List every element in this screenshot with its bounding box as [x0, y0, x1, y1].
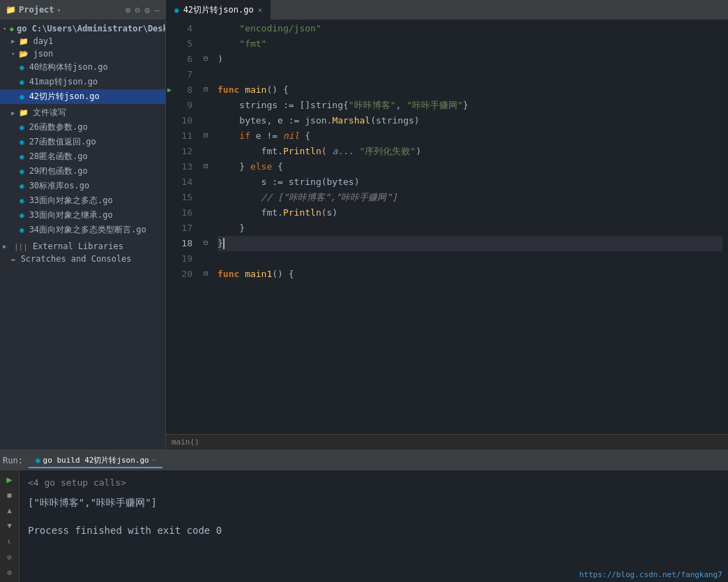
go-root-icon: ◆ — [9, 24, 14, 33]
output-line-setup: <4 go setup calls> — [28, 475, 571, 491]
tree-item-file-30[interactable]: ◉ 30标准库os.go — [0, 179, 165, 193]
fold-11[interactable]: ⊟ — [199, 127, 212, 142]
tree-item-file-27[interactable]: ◉ 27函数值返回.go — [0, 135, 165, 149]
code-line-9: strings := []string{"咔咔博客", "咔咔手赚网"} — [218, 98, 722, 113]
sidebar-title-text: Project — [19, 5, 54, 15]
fold-8[interactable]: ⊟ — [199, 81, 212, 96]
fold-9 — [199, 96, 212, 112]
tree-item-file-42[interactable]: ◉ 42切片转json.go — [0, 89, 165, 104]
settings-icon[interactable]: ⚙ — [144, 5, 150, 15]
code-line-15: // ["咔咔博客","咔咔手赚网"] — [218, 190, 722, 205]
editor-tab-active[interactable]: ◉ 42切片转json.go × — [166, 0, 271, 20]
file-42-icon: ◉ — [20, 92, 24, 101]
wrap-button[interactable]: ↵ — [3, 535, 15, 549]
sidebar-header: 📁 Project ▾ ⊕ ⊖ ⚙ — — [0, 0, 165, 20]
settings-bottom-button[interactable]: ⚙ — [3, 567, 17, 579]
ln-6: 6 — [166, 52, 199, 67]
tree-item-file-40[interactable]: ◉ 40结构体转json.go — [0, 60, 165, 75]
tree-item-day1[interactable]: ▶ 📁 day1 — [0, 35, 165, 47]
ln-11: 11 — [166, 128, 199, 144]
code-line-12: fmt.Println( a... "序列化失败") — [218, 144, 722, 159]
tree-item-file-28[interactable]: ◉ 28匿名函数.go — [0, 149, 165, 164]
code-line-19 — [218, 251, 722, 267]
scroll-down-button[interactable]: ▼ — [3, 520, 17, 532]
tree-item-file-41[interactable]: ◉ 41map转json.go — [0, 75, 165, 89]
fold-4 — [199, 20, 212, 35]
minus-icon[interactable]: ⊖ — [135, 5, 141, 15]
file-29-label: 29闭包函数.go — [29, 165, 88, 177]
ln-18: 18 — [166, 236, 199, 251]
file-26-icon: ◉ — [20, 123, 24, 132]
code-editor[interactable]: 4 5 6 7 8 9 10 11 12 13 14 15 16 17 18 1… — [166, 20, 728, 434]
file-34-icon: ◉ — [20, 225, 24, 234]
tree-item-go-root[interactable]: ▾ ◆ go C:\Users\Administrator\Deskto — [0, 22, 165, 35]
json-arrow: ▾ — [11, 50, 15, 57]
ext-libs-arrow: ▶ — [3, 243, 10, 250]
tree-item-file-29[interactable]: ◉ 29闭包函数.go — [0, 164, 165, 179]
fold-20[interactable]: ⊟ — [199, 265, 212, 281]
collapse-icon[interactable]: — — [154, 5, 160, 15]
tree-item-scratches[interactable]: ✏ Scratches and Consoles — [0, 253, 165, 265]
file-33a-label: 33面向对象之多态.go — [29, 195, 113, 207]
dropdown-icon[interactable]: ▾ — [57, 6, 61, 14]
output-line-blank — [28, 511, 571, 522]
ln-17: 17 — [166, 221, 199, 236]
file-28-label: 28匿名函数.go — [29, 151, 88, 163]
bottom-output: <4 go setup calls> ["咔咔博客","咔咔手赚网"] Proc… — [20, 470, 579, 582]
code-lines[interactable]: "encoding/json" "fmt" ) func main() { — [212, 20, 728, 434]
code-line-5: "fmt" — [218, 36, 722, 52]
scroll-up-button[interactable]: ▲ — [3, 505, 17, 517]
fold-10 — [199, 112, 212, 127]
bottom-tab-close-icon[interactable]: × — [152, 456, 156, 463]
bottom-content: ▶ ■ ▲ ▼ ↵ ⊘ ⚙ <4 go setup calls> ["咔咔博客"… — [0, 470, 728, 582]
tree-item-ext-libs[interactable]: ▶ ||| External Libraries — [0, 240, 165, 253]
fold-13[interactable]: ⊟ — [199, 158, 212, 173]
file-30-icon: ◉ — [20, 181, 24, 191]
tree-item-file-34[interactable]: ◉ 34面向对象之多态类型断言.go — [0, 223, 165, 237]
project-icon: 📁 — [6, 5, 16, 15]
go-root-label: go C:\Users\Administrator\Deskto — [17, 24, 165, 33]
output-line-done: Process finished with exit code 0 — [28, 522, 571, 539]
fold-7 — [199, 66, 212, 81]
filter-button[interactable]: ⊘ — [3, 551, 17, 563]
file-27-label: 27函数值返回.go — [29, 136, 96, 148]
day1-icon: 📁 — [19, 37, 29, 46]
json-icon: 📂 — [19, 50, 29, 59]
file-26-label: 26函数参数.go — [29, 121, 88, 133]
bottom-tab-label: go build 42切片转json.go — [43, 455, 149, 465]
add-icon[interactable]: ⊕ — [126, 5, 131, 15]
csdn-link[interactable]: https://blog.csdn.net/fangkang7 — [579, 570, 722, 579]
fold-12 — [199, 142, 212, 158]
tab-close-icon[interactable]: × — [258, 6, 263, 15]
file-read-icon: 📁 — [19, 108, 29, 117]
code-line-20: func main1() { — [218, 267, 722, 282]
file-33b-label: 33面向对象之继承.go — [29, 209, 113, 221]
file-33b-icon: ◉ — [20, 211, 24, 220]
scratches-label: Scratches and Consoles — [21, 254, 132, 264]
file-30-label: 30标准库os.go — [29, 180, 90, 192]
tree-item-file-33a[interactable]: ◉ 33面向对象之多态.go — [0, 193, 165, 208]
bottom-tab-run[interactable]: ◉ go build 42切片转json.go × — [29, 454, 162, 468]
ln-20: 20 — [166, 267, 199, 282]
code-line-10: bytes, e := json.Marshal(strings) — [218, 113, 722, 128]
tree-item-file-read[interactable]: ▶ 📁 文件读写 — [0, 105, 165, 120]
stop-button[interactable]: ■ — [3, 488, 17, 501]
day1-label: day1 — [33, 36, 53, 46]
fold-18[interactable]: ⊟ — [199, 234, 212, 250]
tree-item-json[interactable]: ▾ 📂 json — [0, 47, 165, 60]
fold-6[interactable]: ⊟ — [199, 50, 212, 66]
code-line-11: if e != nil { — [218, 128, 722, 144]
run-play-button[interactable]: ▶ — [3, 473, 17, 486]
file-read-label: 文件读写 — [33, 107, 66, 119]
code-line-18: } — [218, 236, 722, 251]
sidebar: 📁 Project ▾ ⊕ ⊖ ⚙ — ▾ ◆ go C:\Users\Admi… — [0, 0, 166, 449]
ln-16: 16 — [166, 205, 199, 221]
tab-label: 42切片转json.go — [183, 4, 254, 16]
ext-libs-icon: ||| — [14, 242, 28, 251]
tree-item-file-33b[interactable]: ◉ 33面向对象之继承.go — [0, 208, 165, 223]
tree-item-file-26[interactable]: ◉ 26函数参数.go — [0, 120, 165, 135]
run-label: Run: — [3, 456, 26, 465]
file-tree: ▾ ◆ go C:\Users\Administrator\Deskto ▶ 📁… — [0, 20, 165, 449]
editor-breadcrumb: main() — [166, 434, 728, 449]
ln-13: 13 — [166, 159, 199, 174]
